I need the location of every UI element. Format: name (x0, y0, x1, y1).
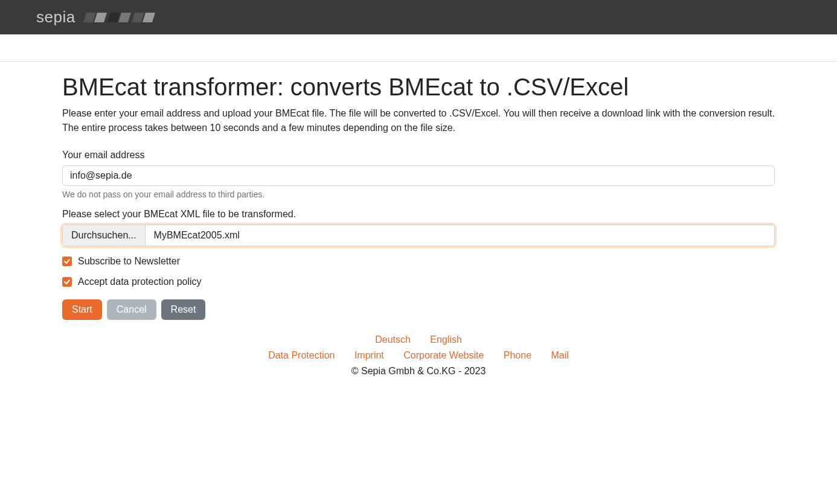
privacy-check-group: Accept data protection policy (62, 276, 775, 287)
file-label: Please select your BMEcat XML file to be… (62, 209, 775, 220)
footer-lang-links: Deutsch English (62, 334, 775, 345)
svg-rect-4 (132, 13, 144, 22)
lang-link-de[interactable]: Deutsch (375, 334, 411, 345)
logo-shapes-icon (82, 9, 166, 26)
newsletter-check-group: Subscribe to Newsletter (62, 256, 775, 267)
lang-link-en[interactable]: English (430, 334, 461, 345)
svg-rect-5 (143, 13, 155, 22)
svg-rect-1 (94, 13, 107, 22)
button-row: Start Cancel Reset (62, 299, 775, 320)
cancel-button[interactable]: Cancel (107, 299, 156, 320)
reset-button[interactable]: Reset (161, 299, 206, 320)
newsletter-label[interactable]: Subscribe to Newsletter (78, 256, 180, 267)
svg-rect-0 (83, 13, 96, 22)
newsletter-checkbox[interactable] (62, 257, 72, 266)
footer-link-data-protection[interactable]: Data Protection (268, 350, 335, 360)
file-group: Please select your BMEcat XML file to be… (62, 209, 775, 246)
footer-link-corporate[interactable]: Corporate Website (403, 350, 484, 360)
email-group: Your email address We do not pass on you… (62, 150, 775, 199)
file-browse-button[interactable]: Durchsuchen... (63, 225, 146, 246)
main-content: BMEcat transformer: converts BMEcat to .… (26, 62, 811, 377)
footer-links: Data Protection Imprint Corporate Websit… (62, 350, 775, 361)
footer-link-mail[interactable]: Mail (551, 350, 569, 360)
footer-link-phone[interactable]: Phone (504, 350, 531, 360)
file-input[interactable]: Durchsuchen... MyBMEcat2005.xml (62, 225, 775, 246)
email-help-text: We do not pass on your email address to … (62, 190, 775, 199)
email-field[interactable] (62, 165, 775, 186)
secondary-bar (0, 34, 837, 62)
privacy-checkbox[interactable] (62, 277, 72, 287)
email-label: Your email address (62, 150, 775, 161)
footer-link-imprint[interactable]: Imprint (354, 350, 384, 360)
svg-rect-2 (107, 13, 120, 22)
logo-text: sepia (36, 8, 75, 27)
start-button[interactable]: Start (62, 299, 102, 320)
svg-rect-3 (118, 13, 131, 22)
navbar: sepia (0, 0, 837, 34)
page-description: Please enter your email address and uplo… (62, 106, 775, 135)
privacy-label[interactable]: Accept data protection policy (78, 276, 202, 287)
logo[interactable]: sepia (36, 8, 166, 27)
page-title: BMEcat transformer: converts BMEcat to .… (62, 72, 775, 101)
copyright-text: © Sepia Gmbh & Co.KG - 2023 (62, 366, 775, 377)
file-name-display: MyBMEcat2005.xml (146, 225, 774, 246)
